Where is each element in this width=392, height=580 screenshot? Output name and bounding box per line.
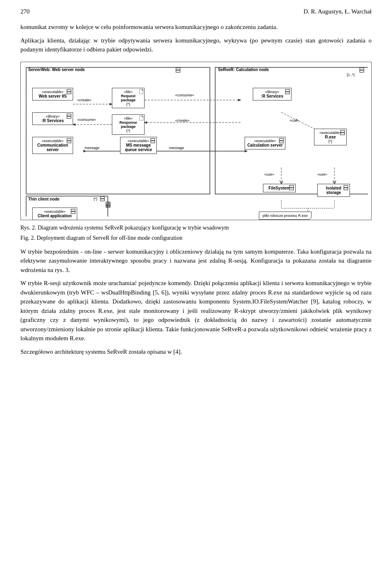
svg-rect-18 bbox=[176, 68, 180, 70]
response-constraint: {*} bbox=[114, 129, 143, 133]
ms-queue-icon bbox=[150, 138, 156, 145]
monitor-icon: 🖥 bbox=[104, 200, 112, 210]
use-label-2: «use» bbox=[317, 172, 327, 176]
request-name: Request package bbox=[114, 94, 143, 102]
filesystem: FileSystem bbox=[263, 184, 296, 192]
body-para-2: W trybie R-sesji użytkownik może urucham… bbox=[20, 279, 372, 343]
response-stereotype: «file» bbox=[114, 116, 143, 120]
svg-marker-9 bbox=[83, 150, 87, 152]
server-calc-node-title: SeRveR: Calculation node bbox=[218, 67, 269, 72]
consume-label-1: «consume» bbox=[77, 118, 96, 122]
client-application: «executable» Client application bbox=[32, 207, 77, 220]
filesystem-icon bbox=[289, 185, 294, 192]
client-app-name: Client application bbox=[34, 214, 75, 218]
create-label-1: «create» bbox=[77, 98, 91, 102]
svg-rect-30 bbox=[67, 138, 71, 141]
svg-rect-33 bbox=[151, 141, 155, 143]
call-label: «call» bbox=[290, 118, 299, 123]
svg-rect-29 bbox=[341, 133, 345, 135]
svg-rect-20 bbox=[360, 68, 364, 70]
use-label-1: «use» bbox=[264, 172, 274, 176]
server-calc-multiplicity: {1..*} bbox=[347, 73, 355, 77]
calc-server-name: Calculation server bbox=[247, 143, 283, 147]
svg-rect-38 bbox=[344, 185, 348, 187]
client-app-stereotype: «executable» bbox=[34, 210, 75, 214]
r-services-library-left: «library» :R Services bbox=[32, 112, 73, 125]
svg-rect-21 bbox=[360, 70, 364, 72]
consume-label-2: «consume» bbox=[175, 93, 194, 97]
create-label-2: «create» bbox=[175, 118, 189, 123]
web-server-comp-icon bbox=[66, 89, 72, 96]
r-services-calc-icon bbox=[285, 89, 290, 96]
deployment-diagram: ServerWeb: Web server node SeRveR: Calcu… bbox=[20, 62, 372, 220]
message-label-1: message bbox=[85, 146, 100, 150]
web-server-iis: «executable» Web server IIS bbox=[32, 88, 73, 100]
svg-rect-37 bbox=[290, 188, 294, 190]
svg-rect-27 bbox=[285, 92, 290, 94]
fig-caption-1: Rys. 2. Diagram wdrożenia systemu SeRveR… bbox=[20, 223, 372, 232]
calc-server-icon bbox=[278, 138, 284, 145]
svg-rect-34 bbox=[279, 138, 283, 141]
svg-rect-25 bbox=[67, 116, 71, 118]
request-doc-icon bbox=[139, 89, 143, 95]
svg-rect-43 bbox=[71, 212, 75, 214]
svg-rect-42 bbox=[71, 209, 75, 211]
web-server-name: Web server IIS bbox=[34, 94, 71, 98]
web-server-stereotype: «executable» bbox=[34, 90, 71, 94]
intro-para-1: komunikat zwrotny w kolejce w celu poinf… bbox=[20, 22, 372, 32]
page-number: 270 bbox=[20, 8, 30, 15]
ms-message-queue: «executable» MS message queue service bbox=[120, 137, 157, 154]
calc-server-stereotype: «executable» bbox=[247, 139, 283, 143]
response-package: «file» Response package {*} bbox=[112, 114, 145, 135]
svg-rect-36 bbox=[290, 185, 294, 187]
server-web-icon bbox=[175, 67, 181, 72]
message-label-2: message bbox=[169, 146, 184, 150]
svg-rect-39 bbox=[344, 188, 348, 190]
request-constraint: {*} bbox=[114, 102, 143, 106]
calculation-server: «executable» Calculation server bbox=[245, 137, 285, 149]
communication-server: «executable» Communication server bbox=[32, 137, 73, 154]
uml-diagram-inner: ServerWeb: Web server node SeRveR: Calcu… bbox=[24, 65, 368, 216]
svg-marker-11 bbox=[245, 150, 248, 152]
svg-line-7 bbox=[281, 112, 318, 131]
svg-rect-32 bbox=[151, 138, 155, 141]
comm-server-icon bbox=[66, 138, 72, 145]
isolated-storage: Isolated storage bbox=[317, 184, 350, 197]
svg-rect-40 bbox=[100, 196, 105, 199]
server-web-node-title: ServerWeb: Web server node bbox=[28, 67, 85, 72]
svg-rect-19 bbox=[176, 70, 180, 72]
r-exe: «executable» R.exe {*} bbox=[314, 129, 347, 145]
body-para-3: Szczegółowo architekturę systemu SeRveR … bbox=[20, 347, 372, 357]
client-app-icon bbox=[70, 209, 76, 215]
response-doc-icon bbox=[139, 116, 143, 121]
thin-client-constraint: {*} bbox=[94, 197, 98, 201]
svg-rect-31 bbox=[67, 141, 71, 143]
r-exe-comp-icon bbox=[340, 130, 345, 136]
response-name: Response package bbox=[114, 120, 143, 129]
svg-rect-26 bbox=[285, 89, 290, 91]
thin-client-node-title: Thin client node bbox=[28, 197, 60, 201]
svg-rect-23 bbox=[67, 92, 71, 94]
svg-rect-24 bbox=[67, 114, 71, 116]
intro-para-2: Aplikacja klienta, działając w trybie od… bbox=[20, 36, 372, 54]
svg-rect-22 bbox=[67, 89, 71, 91]
r-services-left-icon bbox=[66, 114, 72, 120]
pliki-label: pliki robocze procesu R.exe bbox=[259, 212, 312, 220]
r-services-calc: «library» :R Services bbox=[253, 88, 292, 100]
page-header: 270 D. R. Augustyn, Ł. Warchał bbox=[20, 8, 372, 15]
svg-rect-35 bbox=[279, 141, 283, 143]
request-package: «file» Request package {*} bbox=[112, 88, 145, 108]
r-exe-constraint: {*} bbox=[316, 139, 345, 143]
r-services-left-name: :R Services bbox=[34, 118, 71, 123]
comm-server-stereotype: «executable» bbox=[34, 139, 71, 143]
svg-rect-28 bbox=[341, 130, 345, 132]
isolated-storage-icon bbox=[343, 185, 349, 192]
server-calc-icon bbox=[359, 67, 365, 72]
body-para-1: W trybie bezpośrednim - on-line - serwer… bbox=[20, 247, 372, 275]
authors: D. R. Augustyn, Ł. Warchał bbox=[303, 8, 372, 15]
request-stereotype: «file» bbox=[114, 90, 143, 94]
comm-server-name: Communication server bbox=[34, 143, 71, 152]
r-services-left-stereotype: «library» bbox=[34, 114, 71, 118]
fig-caption-2: Fig. 2. Deployment diagram of ServeR for… bbox=[20, 234, 372, 242]
